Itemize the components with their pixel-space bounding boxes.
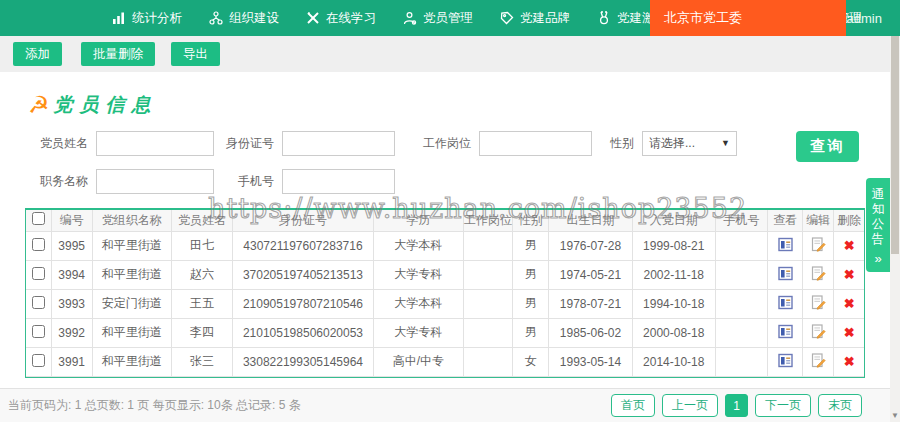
view-icon[interactable] — [778, 295, 793, 310]
col-org: 党组织名称 — [92, 210, 171, 231]
first-page-button[interactable]: 首页 — [611, 394, 655, 417]
cell-gender: 男 — [513, 318, 549, 347]
edit-icon[interactable] — [811, 353, 826, 368]
member-info-panel: ☭ 党员信息 党员姓名 身份证号 工作岗位 性别 请选择... ▼ 职务名称 手… — [0, 72, 890, 388]
party-emblem-icon: ☭ — [28, 94, 50, 116]
edit-icon[interactable] — [811, 237, 826, 252]
nav-item-online-learning[interactable]: 在线学习 — [306, 10, 376, 27]
row-checkbox[interactable] — [32, 267, 45, 280]
nav-item-statistics[interactable]: 统计分析 — [112, 10, 182, 27]
nav-item-brand[interactable]: 党建品牌 — [500, 10, 570, 27]
delete-icon[interactable]: ✖ — [844, 267, 855, 282]
row-select-cell — [26, 289, 51, 318]
vertical-scrollbar: ▼ — [890, 36, 900, 422]
row-checkbox[interactable] — [32, 354, 45, 367]
cell-education: 大学专科 — [373, 318, 463, 347]
toolbar: 添加 批量删除 导出 — [13, 42, 220, 66]
work-post-label: 工作岗位 — [411, 135, 471, 152]
cell-name: 赵六 — [172, 260, 233, 289]
cell-birthdate: 1993-05-14 — [549, 347, 632, 376]
cell-id: 3995 — [51, 231, 92, 260]
scrollbar-down-arrow[interactable]: ▼ — [890, 411, 900, 420]
col-delete: 删除 — [834, 210, 864, 231]
delete-icon[interactable]: ✖ — [844, 325, 855, 340]
current-page-button[interactable]: 1 — [725, 394, 748, 417]
nav-label: 党员管理 — [423, 10, 473, 27]
id-card-input[interactable] — [282, 131, 395, 156]
chevron-down-icon: ▼ — [721, 138, 730, 148]
col-birthdate: 出生日期 — [549, 210, 632, 231]
cell-idcard: 330822199305145964 — [233, 347, 374, 376]
cell-idcard: 370205197405213513 — [233, 260, 374, 289]
prev-page-button[interactable]: 上一页 — [662, 394, 718, 417]
export-button[interactable]: 导出 — [171, 42, 220, 66]
row-select-cell — [26, 318, 51, 347]
pagination-summary: 当前页码为: 1 总页数: 1 页 每页显示: 10条 总记录: 5 条 — [8, 397, 301, 414]
org-structure-icon — [209, 11, 223, 25]
cell-education: 高中/中专 — [373, 347, 463, 376]
batch-delete-button[interactable]: 批量删除 — [81, 42, 155, 66]
col-edit: 编辑 — [803, 210, 834, 231]
view-icon[interactable] — [778, 324, 793, 339]
cell-workpost — [464, 289, 513, 318]
query-button[interactable]: 查询 — [796, 131, 859, 162]
table-header-row: 编号 党组织名称 党员姓名 身份证号 学历 工作岗位 性别 出生日期 入党日期 … — [26, 210, 864, 231]
edit-icon[interactable] — [811, 295, 826, 310]
row-select-cell — [26, 347, 51, 376]
delete-icon[interactable]: ✖ — [844, 238, 855, 253]
phone-input[interactable] — [282, 169, 395, 194]
nav-item-organization[interactable]: 组织建设 — [209, 10, 279, 27]
cell-phone — [715, 347, 767, 376]
table-row: 3991 和平里街道 张三 330822199305145964 高中/中专 女… — [26, 347, 864, 376]
row-checkbox[interactable] — [32, 325, 45, 338]
view-icon[interactable] — [778, 353, 793, 368]
view-icon[interactable] — [778, 266, 793, 281]
cell-birthdate: 1978-07-21 — [549, 289, 632, 318]
duty-name-input[interactable] — [96, 169, 214, 194]
org-name-banner: 北京市党工委 — [650, 0, 846, 36]
nav-label: 党建品牌 — [520, 10, 570, 27]
col-gender: 性别 — [513, 210, 549, 231]
row-checkbox[interactable] — [32, 296, 45, 309]
members-table-wrap: 编号 党组织名称 党员姓名 身份证号 学历 工作岗位 性别 出生日期 入党日期 … — [25, 208, 865, 378]
top-navbar: 统计分析 组织建设 在线学习 党员管理 党建品牌 党建激励 党建项目 系统管理 … — [0, 0, 900, 36]
add-button[interactable]: 添加 — [13, 42, 62, 66]
delete-icon[interactable]: ✖ — [844, 354, 855, 369]
cell-org: 和平里街道 — [92, 318, 171, 347]
scrollbar-thumb[interactable] — [891, 36, 899, 254]
cell-org: 和平里街道 — [92, 347, 171, 376]
panel-title-row: ☭ 党员信息 — [28, 92, 890, 118]
edit-icon[interactable] — [811, 266, 826, 281]
edit-icon[interactable] — [811, 324, 826, 339]
view-icon[interactable] — [778, 237, 793, 252]
cell-idcard: 430721197607283716 — [233, 231, 374, 260]
nav-item-member-management[interactable]: 党员管理 — [403, 10, 473, 27]
member-gear-icon — [403, 11, 417, 25]
col-idcard: 身份证号 — [233, 210, 374, 231]
select-all-checkbox[interactable] — [32, 212, 45, 225]
pagination-buttons: 首页 上一页 1 下一页 末页 — [611, 394, 862, 417]
table-row: 3994 和平里街道 赵六 370205197405213513 大学专科 男 … — [26, 260, 864, 289]
cell-gender: 男 — [513, 231, 549, 260]
cell-org: 安定门街道 — [92, 289, 171, 318]
table-body: 3995 和平里街道 田七 430721197607283716 大学本科 男 … — [26, 231, 864, 376]
gender-select[interactable]: 请选择... ▼ — [642, 131, 737, 156]
user-menu[interactable]: admin — [847, 0, 882, 36]
delete-icon[interactable]: ✖ — [844, 296, 855, 311]
next-page-button[interactable]: 下一页 — [755, 394, 811, 417]
cell-joindate: 2002-11-18 — [632, 260, 715, 289]
cell-phone — [715, 260, 767, 289]
cell-workpost — [464, 260, 513, 289]
id-card-label: 身份证号 — [224, 135, 274, 152]
member-name-input[interactable] — [96, 131, 214, 156]
search-row-2: 职务名称 手机号 — [10, 168, 890, 194]
cell-idcard: 210905197807210546 — [233, 289, 374, 318]
row-checkbox[interactable] — [32, 238, 45, 251]
col-education: 学历 — [373, 210, 463, 231]
cell-name: 王五 — [172, 289, 233, 318]
crossed-pens-icon — [306, 11, 320, 25]
work-post-input[interactable] — [479, 131, 592, 156]
member-name-label: 党员姓名 — [10, 135, 88, 152]
notice-tab[interactable]: 通知公告 » — [866, 178, 890, 272]
last-page-button[interactable]: 末页 — [818, 394, 862, 417]
